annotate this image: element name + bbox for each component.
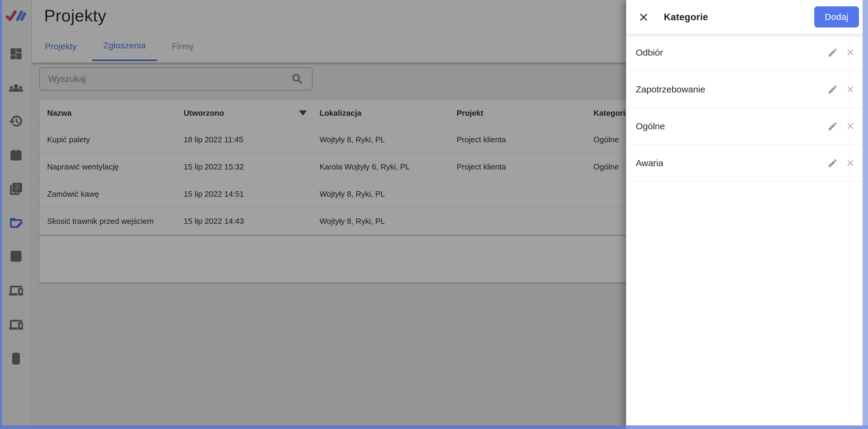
add-category-button[interactable]: Dodaj: [814, 6, 859, 28]
edit-category-button[interactable]: [827, 84, 838, 95]
delete-category-button[interactable]: [844, 84, 856, 95]
edit-pencil-icon: [827, 158, 838, 168]
edit-category-button[interactable]: [827, 47, 838, 58]
categories-drawer: Kategorie Dodaj Odbiór Zapotrzebowanie O…: [626, 0, 868, 429]
category-name: Awaria: [636, 158, 663, 168]
drawer-title: Kategorie: [664, 12, 708, 23]
delete-x-icon: [845, 84, 855, 94]
category-row: Ogólne: [626, 108, 868, 145]
window-border-right: [863, 0, 868, 425]
category-name: Ogólne: [636, 121, 665, 131]
delete-category-button[interactable]: [844, 121, 856, 132]
delete-category-button[interactable]: [844, 47, 856, 58]
category-row: Awaria: [626, 145, 868, 182]
edit-category-button[interactable]: [827, 121, 838, 132]
window-border-bottom-left: [0, 425, 626, 429]
category-row: Odbiór: [626, 34, 868, 71]
window-border-left: [0, 0, 2, 425]
app-window: Projekty Projekty Zgłoszenia Firmy Nazwa…: [0, 0, 868, 429]
category-row: Zapotrzebowanie: [626, 71, 868, 108]
close-icon: [638, 11, 650, 23]
delete-x-icon: [845, 48, 855, 57]
drawer-header: Kategorie Dodaj: [626, 0, 868, 34]
close-drawer-button[interactable]: [637, 10, 650, 24]
category-name: Zapotrzebowanie: [636, 84, 705, 95]
edit-pencil-icon: [827, 84, 838, 95]
delete-x-icon: [845, 158, 855, 168]
window-border-bottom-right: [626, 425, 868, 429]
edit-pencil-icon: [827, 47, 838, 58]
category-name: Odbiór: [636, 48, 663, 58]
edit-category-button[interactable]: [827, 157, 838, 169]
delete-category-button[interactable]: [844, 157, 856, 169]
delete-x-icon: [845, 121, 855, 131]
edit-pencil-icon: [827, 121, 838, 132]
